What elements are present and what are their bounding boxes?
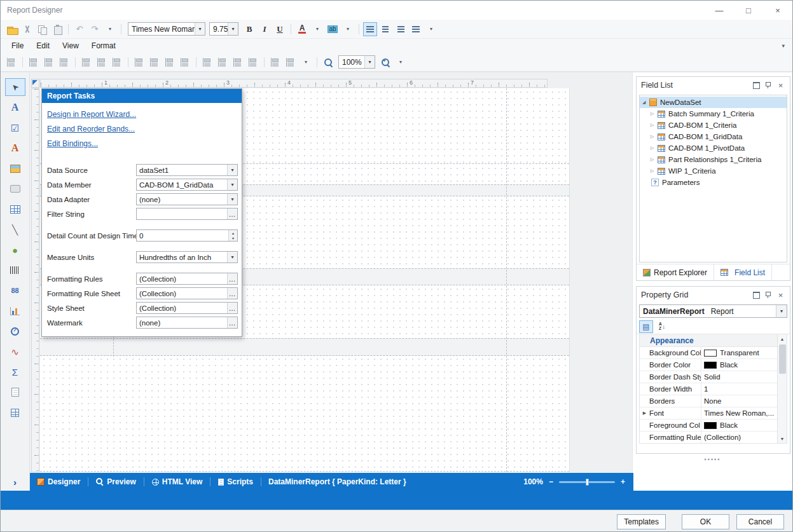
separator[interactable] — [359, 24, 359, 34]
separator[interactable] — [68, 24, 69, 34]
highlight-dropdown[interactable]: ▾ — [341, 22, 355, 36]
prop-formatting-rules[interactable]: ▶ Formatting Rule (Collection) — [640, 432, 777, 444]
font-name-combo[interactable]: Times New Roman ▾ — [128, 22, 205, 36]
pin-icon[interactable] — [764, 290, 773, 300]
prop-background-color[interactable]: ▶ Background Col Transparent — [640, 347, 777, 359]
barcode-tool[interactable] — [5, 261, 25, 279]
tree-collapse-icon[interactable]: ◢ — [642, 100, 649, 105]
paste-button[interactable] — [50, 22, 64, 36]
field-node-cad-bom-griddata[interactable]: ▷ CAD-BOM 1_GridData — [640, 131, 787, 142]
prop-border-width[interactable]: ▶ Border Width 1 — [640, 383, 777, 395]
align-rights-button[interactable] — [57, 55, 71, 69]
spinner[interactable]: ▴▾ — [228, 230, 237, 241]
collapse-strip[interactable]: › — [1, 473, 30, 491]
field-node-part-relationships[interactable]: ▷ Part Relationships 1_Criteria — [640, 154, 787, 165]
menu-edit[interactable]: Edit — [31, 40, 55, 51]
tab-designer[interactable]: Designer — [31, 473, 86, 491]
scroll-down-icon[interactable]: ▼ — [778, 434, 787, 443]
tree-expand-icon[interactable]: ▷ — [651, 134, 658, 139]
spin-down-icon[interactable]: ▾ — [229, 236, 237, 242]
richtext-tool[interactable]: A — [5, 139, 25, 157]
redo-dropdown[interactable]: ▾ — [103, 22, 117, 36]
send-to-back-button[interactable] — [284, 55, 298, 69]
prop-border-dash-style[interactable]: ▶ Border Dash Sty Solid — [640, 371, 777, 383]
templates-button[interactable]: Templates — [617, 514, 666, 529]
vertical-ruler[interactable] — [31, 88, 39, 472]
tree-expand-icon[interactable]: ▷ — [651, 111, 658, 116]
prop-borders[interactable]: ▶ Borders None — [640, 395, 777, 407]
sparkline-tool[interactable]: ∿ — [5, 343, 25, 360]
field-node-cad-bom-pivotdata[interactable]: ▷ CAD-BOM 1_PivotData — [640, 142, 787, 154]
prop-border-color[interactable]: ▶ Border Color Black — [640, 359, 777, 371]
separator[interactable] — [264, 57, 265, 67]
minimize-button[interactable]: — — [705, 1, 734, 20]
font-color-button[interactable]: A — [295, 22, 309, 36]
snap-to-grid-button[interactable] — [4, 55, 18, 69]
menu-view[interactable]: View — [57, 40, 85, 51]
align-centers-button[interactable] — [42, 55, 56, 69]
label-tool[interactable]: A — [5, 99, 25, 116]
tree-expand-icon[interactable]: ▷ — [651, 123, 658, 128]
remove-horizontal-spacing-button[interactable] — [246, 55, 260, 69]
decrease-horizontal-spacing-button[interactable] — [231, 55, 245, 69]
justify-button[interactable] — [409, 22, 423, 36]
tab-report-explorer[interactable]: Report Explorer — [637, 264, 714, 280]
ellipsis-button[interactable]: … — [227, 273, 237, 284]
pivotgrid-tool[interactable]: Σ — [5, 363, 25, 381]
field-control[interactable]: 0 ▾ … ▴▾ — [136, 229, 238, 242]
maximize-button[interactable]: □ — [734, 1, 763, 20]
font-size-combo[interactable]: 9.75 ▾ — [209, 22, 238, 36]
menu-file[interactable]: File — [6, 40, 29, 51]
separator[interactable] — [128, 57, 128, 67]
float-window-icon[interactable] — [752, 290, 761, 300]
cut-button[interactable] — [20, 22, 34, 36]
separator[interactable] — [121, 24, 121, 34]
tree-expand-icon[interactable]: ▷ — [651, 168, 658, 174]
bring-to-front-button[interactable] — [268, 55, 282, 69]
cancel-button[interactable]: Cancel — [736, 514, 784, 529]
close-icon[interactable]: × — [776, 81, 785, 90]
field-control[interactable]: (none) ▾ … ▴▾ — [136, 193, 238, 205]
field-control[interactable]: Hundredths of an Inch ▾ … ▴▾ — [136, 251, 238, 263]
separator[interactable] — [196, 57, 197, 67]
redo-button[interactable]: ↷ — [88, 22, 102, 36]
prop-font[interactable]: ▶ Font Times New Roman,... — [640, 407, 777, 419]
gauge-tool[interactable] — [5, 322, 25, 340]
zoom-in-button[interactable]: + — [378, 55, 392, 69]
chevron-down-icon[interactable]: ▾ — [195, 23, 205, 35]
increase-horizontal-spacing-button[interactable] — [216, 55, 230, 69]
close-button[interactable]: × — [763, 1, 792, 20]
align-lefts-button[interactable] — [27, 55, 41, 69]
equal-horizontal-spacing-button[interactable] — [200, 55, 214, 69]
panel-tool[interactable] — [5, 180, 25, 198]
field-node-batch-summary[interactable]: ▷ Batch Summary 1_Criteria — [640, 108, 787, 119]
horizontal-ruler[interactable]: 1234567 — [40, 79, 548, 88]
field-control[interactable]: (Collection) ▾ … ▴▾ — [136, 302, 238, 314]
menu-format[interactable]: Format — [86, 40, 121, 51]
field-node-parameters[interactable]: ? Parameters — [640, 177, 787, 188]
zoom-slider-thumb[interactable] — [586, 479, 589, 486]
order-dropdown[interactable]: ▾ — [299, 55, 313, 69]
field-control[interactable]: CAD-BOM 1_GridData ▾ … ▴▾ — [136, 179, 238, 191]
field-control[interactable]: dataSet1 ▾ … ▴▾ — [136, 164, 238, 176]
line-tool[interactable]: ╲ — [5, 221, 25, 238]
size-to-grid-button[interactable] — [148, 55, 162, 69]
chevron-down-icon[interactable]: ▾ — [227, 165, 237, 175]
undo-button[interactable]: ↶ — [72, 22, 86, 36]
italic-button[interactable]: I — [258, 22, 272, 36]
underline-button[interactable]: U — [273, 22, 287, 36]
zoom-combo[interactable]: 100% ▾ — [338, 55, 375, 69]
align-tops-button[interactable] — [79, 55, 93, 69]
same-width-button[interactable] — [132, 55, 146, 69]
separator[interactable] — [144, 477, 144, 486]
chevron-down-icon[interactable]: ▾ — [776, 305, 787, 317]
subreport-tool[interactable] — [5, 383, 25, 401]
link-edit-bindings[interactable]: Edit Bindings... — [47, 139, 98, 148]
zoom-button[interactable] — [321, 55, 335, 69]
separator[interactable] — [22, 57, 23, 67]
field-control[interactable]: (Collection) ▾ … ▴▾ — [136, 287, 238, 299]
report-tasks-header[interactable]: Report Tasks — [42, 89, 242, 103]
scrollbar-thumb[interactable] — [779, 344, 786, 374]
align-center-button[interactable] — [378, 22, 392, 36]
categorized-button[interactable]: ▤ — [639, 320, 653, 333]
